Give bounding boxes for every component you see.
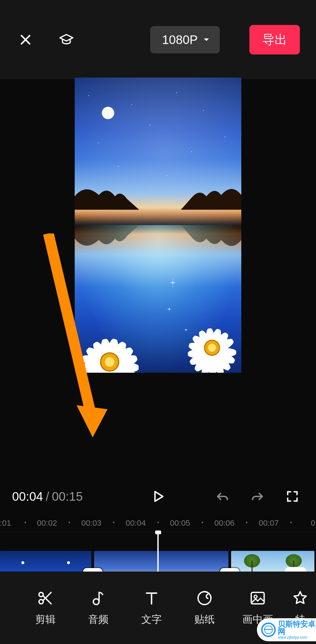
svg-point-5	[254, 595, 257, 598]
export-label: 导出	[262, 32, 287, 46]
ruler-tick: 00:02	[37, 518, 57, 528]
sticker-icon	[196, 590, 213, 607]
top-bar: 1080P 导出	[0, 0, 316, 79]
close-button[interactable]	[16, 30, 35, 49]
watermark: 贝斯特安卓网 www.zjbstyy.com	[257, 618, 316, 641]
video-preview[interactable]	[75, 78, 241, 373]
treeline-graphic	[75, 180, 241, 210]
ruler-tick: 00:04	[125, 518, 146, 528]
transport-bar: 00:04 / 00:15	[0, 480, 316, 513]
resolution-label: 1080P	[162, 32, 198, 47]
play-button[interactable]	[146, 485, 170, 508]
watermark-url: www.zjbstyy.com	[278, 635, 316, 639]
fullscreen-button[interactable]	[281, 485, 304, 508]
graduation-cap-icon	[59, 32, 74, 47]
chevron-down-icon	[203, 36, 210, 43]
tool-label: 贴纸	[194, 613, 215, 626]
total-duration: 00:15	[52, 489, 83, 504]
resolution-dropdown[interactable]: 1080P	[150, 26, 220, 53]
fullscreen-icon	[285, 489, 299, 503]
ruler-dot	[202, 522, 203, 523]
preview-area	[0, 79, 316, 468]
export-button[interactable]: 导出	[249, 25, 300, 54]
undo-icon	[215, 489, 230, 504]
tool-label: 文字	[141, 613, 162, 626]
ruler-dot	[113, 522, 114, 523]
tutorial-button[interactable]	[57, 30, 76, 49]
tool-text[interactable]: 文字	[125, 590, 178, 626]
ruler-tick: 0	[311, 518, 315, 528]
globe-icon	[261, 623, 276, 637]
svg-rect-4	[251, 592, 264, 604]
close-icon	[19, 33, 33, 47]
watermark-title: 贝斯特安卓网	[278, 620, 316, 635]
ruler-tick: 00:06	[214, 518, 234, 528]
undo-button[interactable]	[211, 485, 234, 508]
tool-label: 剪辑	[35, 613, 56, 626]
tool-audio[interactable]: 音频	[72, 590, 125, 626]
flower-graphic-left	[75, 322, 150, 373]
text-icon	[143, 590, 160, 607]
time-ruler[interactable]: 0:0100:0200:0300:0400:0500:0600:070	[0, 513, 316, 532]
ruler-dot	[157, 522, 159, 523]
ruler-dot	[246, 522, 247, 523]
flower-graphic-right	[178, 314, 241, 373]
tool-label: 音频	[88, 613, 109, 626]
time-separator: /	[43, 489, 52, 504]
music-note-icon	[90, 590, 107, 607]
ruler-dot	[290, 522, 292, 523]
svg-point-2	[94, 599, 99, 604]
redo-button[interactable]	[246, 485, 269, 508]
redo-icon	[250, 489, 265, 504]
play-icon	[151, 489, 165, 504]
tool-edit[interactable]: 剪辑	[19, 590, 72, 626]
ruler-tick: 00:07	[258, 518, 279, 528]
ruler-dot	[24, 522, 26, 523]
star-icon	[292, 590, 309, 607]
tool-sticker[interactable]: 贴纸	[178, 590, 231, 626]
picture-in-picture-icon	[249, 590, 266, 607]
ruler-tick: 0:01	[0, 518, 11, 528]
ruler-tick: 00:03	[81, 518, 101, 528]
current-time: 00:04	[12, 489, 43, 504]
ruler-tick: 00:05	[170, 518, 190, 528]
scissors-icon	[37, 590, 54, 607]
ruler-dot	[69, 522, 70, 523]
